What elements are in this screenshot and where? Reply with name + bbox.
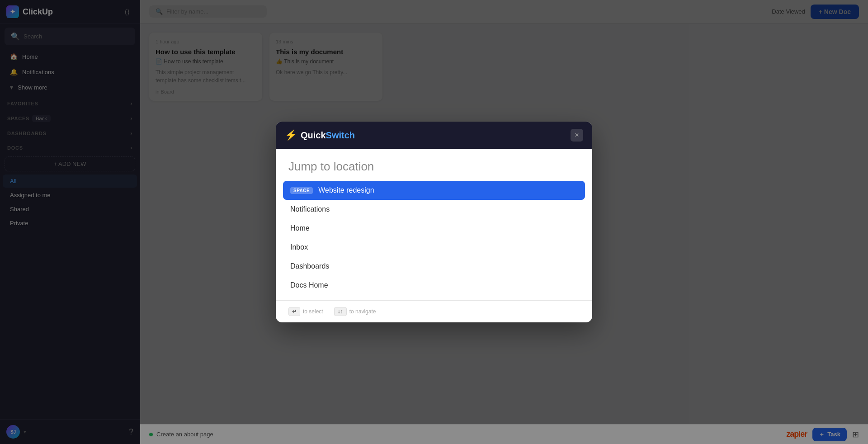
quickswitch-modal: ⚡ QuickSwitch × Jump to location Space W… xyxy=(276,122,592,322)
modal-overlay[interactable]: ⚡ QuickSwitch × Jump to location Space W… xyxy=(0,0,868,444)
select-shortcut: ↵ to select xyxy=(288,307,323,316)
quickswitch-item-docs-home[interactable]: Docs Home xyxy=(283,276,585,295)
quickswitch-close-button[interactable]: × xyxy=(571,129,583,142)
quickswitch-item-label: Notifications xyxy=(290,205,330,213)
quickswitch-item-label: Home xyxy=(290,224,310,232)
enter-key: ↵ xyxy=(288,307,300,316)
quickswitch-item-home[interactable]: Home xyxy=(283,219,585,238)
select-label: to select xyxy=(303,308,323,315)
quickswitch-item-label: Dashboards xyxy=(290,262,329,270)
quickswitch-item-inbox[interactable]: Inbox xyxy=(283,238,585,257)
navigate-label: to navigate xyxy=(349,308,376,315)
quickswitch-header: ⚡ QuickSwitch × xyxy=(276,122,592,149)
quickswitch-item-label: Website redesign xyxy=(318,186,374,194)
navigate-shortcut: ↓↑ to navigate xyxy=(334,307,376,316)
quickswitch-list: Space Website redesign Notifications Hom… xyxy=(276,181,592,300)
quickswitch-title-text: QuickSwitch xyxy=(301,130,355,141)
quickswitch-item-label: Docs Home xyxy=(290,281,328,289)
quickswitch-item-label: Inbox xyxy=(290,243,308,251)
lightning-icon: ⚡ xyxy=(285,129,297,141)
space-badge: Space xyxy=(290,187,313,194)
quickswitch-heading: Jump to location xyxy=(276,149,592,181)
quickswitch-item-notifications[interactable]: Notifications xyxy=(283,200,585,219)
arrow-keys: ↓↑ xyxy=(334,307,347,316)
quickswitch-item-website-redesign[interactable]: Space Website redesign xyxy=(283,181,585,200)
quickswitch-footer: ↵ to select ↓↑ to navigate xyxy=(276,300,592,322)
quickswitch-title: ⚡ QuickSwitch xyxy=(285,129,355,141)
close-icon: × xyxy=(575,131,579,139)
quickswitch-item-dashboards[interactable]: Dashboards xyxy=(283,257,585,276)
